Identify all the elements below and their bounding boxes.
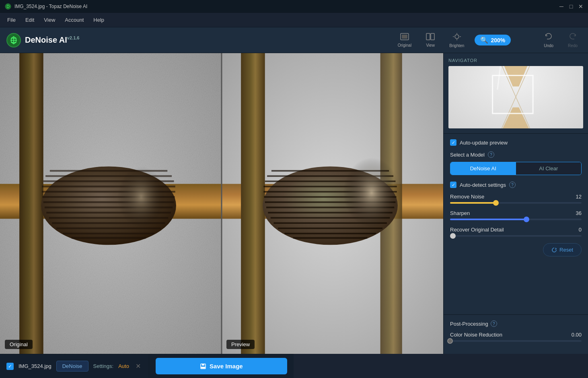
- sharpen-value: 36: [569, 210, 582, 216]
- close-file-button[interactable]: ✕: [134, 361, 142, 372]
- menubar: File Edit View Account Help: [0, 13, 588, 27]
- svg-point-7: [455, 35, 459, 39]
- close-button[interactable]: ✕: [578, 4, 583, 9]
- settings-value: Auto: [118, 363, 129, 369]
- zoom-control[interactable]: 🔍 200%: [475, 35, 511, 45]
- post-processing-help-icon[interactable]: ?: [491, 320, 497, 327]
- undo-button[interactable]: Undo: [540, 31, 557, 50]
- main-content: Original: [0, 53, 588, 354]
- reset-label: Reset: [559, 247, 573, 253]
- post-processing-label: Post-Processing: [450, 321, 488, 327]
- right-panel: NAVIGATOR: [443, 53, 588, 354]
- navigator-label: NAVIGATOR: [448, 58, 583, 63]
- menu-view[interactable]: View: [40, 15, 59, 25]
- denoise-ai-model-button[interactable]: DeNoise AI: [450, 162, 516, 175]
- original-image-panel: Original: [0, 53, 222, 354]
- view-button[interactable]: View: [422, 31, 439, 49]
- canvas-area[interactable]: Original: [0, 53, 443, 354]
- reset-row: Reset: [450, 243, 582, 263]
- color-noise-value: 0.00: [569, 332, 582, 338]
- auto-update-label: Auto-update preview: [460, 140, 508, 146]
- remove-noise-track[interactable]: [450, 202, 582, 204]
- save-icon: [200, 363, 206, 370]
- ai-clear-model-button[interactable]: AI Clear: [516, 162, 582, 175]
- post-processing-section: Post-Processing ? Color Noise Reduction …: [444, 314, 588, 354]
- brighten-icon: [452, 33, 461, 43]
- auto-detect-row: ✓ Auto-detect settings ?: [450, 182, 582, 188]
- menu-edit[interactable]: Edit: [21, 15, 38, 25]
- select-model-help-icon[interactable]: ?: [488, 151, 494, 158]
- preview-label: Preview: [226, 340, 255, 349]
- color-noise-label: Color Noise Reduction: [450, 332, 502, 338]
- titlebar-left: D IMG_3524.jpg - Topaz DeNoise AI: [5, 3, 87, 10]
- color-noise-slider-section: Color Noise Reduction 0.00: [450, 332, 582, 342]
- denoise-badge[interactable]: DeNoise: [56, 361, 88, 372]
- maximize-button[interactable]: □: [569, 4, 574, 9]
- navigator-section: NAVIGATOR: [444, 53, 588, 134]
- original-icon: [400, 33, 409, 42]
- reset-icon: [551, 247, 557, 253]
- toolbar: DeNoise AIv2.1.6 Original View: [0, 27, 588, 53]
- remove-noise-slider-section: Remove Noise 12: [450, 194, 582, 204]
- brighten-button[interactable]: Brighten: [445, 31, 468, 50]
- redo-button[interactable]: Redo: [564, 31, 582, 50]
- canvas-divider: [221, 53, 222, 354]
- redo-label: Redo: [568, 43, 578, 48]
- svg-point-53: [343, 158, 400, 227]
- preview-image-panel: Preview: [222, 53, 443, 354]
- save-image-button[interactable]: Save Image: [156, 358, 287, 374]
- original-label: Original: [5, 340, 33, 349]
- original-label: Original: [398, 43, 411, 48]
- color-noise-track[interactable]: [450, 340, 582, 342]
- auto-update-row: ✓ Auto-update preview: [450, 139, 582, 146]
- model-selector: DeNoise AI AI Clear: [450, 162, 582, 175]
- preview-image-content: [222, 53, 443, 354]
- remove-noise-value: 12: [569, 194, 582, 200]
- menu-account[interactable]: Account: [61, 15, 88, 25]
- navigator-image: [448, 66, 583, 128]
- logo-icon: [6, 33, 21, 48]
- auto-detect-help-icon[interactable]: ?: [509, 182, 516, 188]
- menu-file[interactable]: File: [3, 15, 20, 25]
- sharpen-label: Sharpen: [450, 210, 470, 216]
- bottom-row: ✓ IMG_3524.jpg DeNoise Settings: Auto ✕ …: [0, 354, 588, 378]
- zoom-icon: 🔍: [480, 36, 488, 44]
- file-name: IMG_3524.jpg: [19, 363, 51, 369]
- file-checkbox[interactable]: ✓: [6, 363, 14, 370]
- svg-rect-36: [241, 53, 265, 354]
- window-controls[interactable]: ─ □ ✕: [559, 4, 583, 9]
- app-title-group: DeNoise AIv2.1.6: [25, 35, 79, 45]
- sharpen-slider-section: Sharpen 36: [450, 210, 582, 220]
- app-logo: DeNoise AIv2.1.6: [6, 33, 79, 48]
- auto-detect-checkbox[interactable]: ✓: [450, 182, 456, 188]
- recover-detail-track[interactable]: [450, 235, 582, 237]
- svg-rect-4: [402, 35, 407, 39]
- bottom-bar: ✓ IMG_3524.jpg DeNoise Settings: Auto ✕: [0, 354, 149, 378]
- svg-rect-16: [19, 53, 43, 354]
- sharpen-track[interactable]: [450, 219, 582, 220]
- app-version: v2.1.6: [67, 35, 80, 40]
- recover-detail-label: Recover Original Detail: [450, 227, 504, 233]
- settings-section: ✓ Auto-update preview Select a Model ? D…: [444, 134, 588, 314]
- svg-text:D: D: [6, 4, 9, 9]
- undo-icon: [544, 33, 553, 43]
- brighten-label: Brighten: [449, 43, 464, 48]
- view-label: View: [426, 43, 435, 48]
- original-image-content: [0, 53, 222, 354]
- redo-icon: [568, 33, 577, 43]
- menu-help[interactable]: Help: [89, 15, 108, 25]
- app-icon: D: [5, 3, 11, 10]
- auto-update-checkbox[interactable]: ✓: [450, 139, 456, 146]
- view-icon: [426, 33, 435, 42]
- window-title: IMG_3524.jpg - Topaz DeNoise AI: [14, 4, 87, 9]
- select-model-label: Select a Model: [450, 152, 485, 158]
- save-label: Save Image: [210, 363, 243, 370]
- navigator-thumbnail[interactable]: [448, 66, 583, 128]
- reset-button[interactable]: Reset: [543, 243, 582, 256]
- minimize-button[interactable]: ─: [559, 4, 564, 9]
- save-section: Save Image: [149, 354, 294, 378]
- zoom-value: 200%: [491, 37, 505, 43]
- original-button[interactable]: Original: [394, 31, 415, 49]
- auto-detect-label: Auto-detect settings: [460, 182, 506, 188]
- svg-rect-64: [201, 367, 205, 368]
